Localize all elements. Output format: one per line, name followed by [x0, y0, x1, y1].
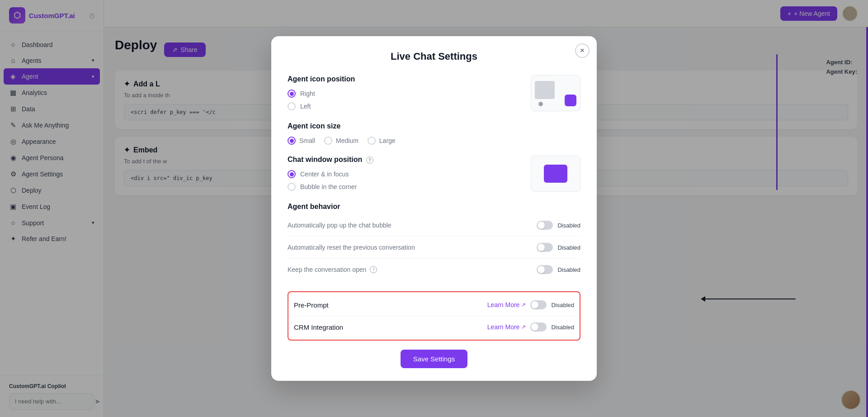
pre-prompt-learn-more[interactable]: Learn More ↗: [487, 301, 526, 308]
preview-gray-rect: [535, 81, 555, 99]
radio-row-center: Center & in focus: [288, 170, 522, 178]
help-icon[interactable]: ?: [366, 156, 373, 164]
icon-size-radio-group: Small Medium Large: [288, 137, 580, 145]
chat-window-position-radio-group: Center & in focus Bubble in the corner: [288, 170, 522, 191]
size-radio-medium: Medium: [324, 137, 359, 145]
agent-icon-size-section: Agent icon size Small Medium Large: [288, 122, 580, 145]
radio-center-label: Center & in focus: [300, 171, 349, 178]
crm-integration-row: CRM Integration Learn More ↗ Disabled: [288, 316, 580, 338]
crm-toggle[interactable]: [530, 322, 547, 332]
modal-overlay: × Live Chat Settings Agent icon position…: [0, 0, 868, 417]
agent-icon-position-layout: Agent icon position Right Left: [288, 75, 580, 111]
auto-popup-row: Automatically pop up the chat bubble Dis…: [288, 214, 580, 237]
keep-open-row: Keep the conversation open ? Disabled: [288, 259, 580, 280]
modal-close-button[interactable]: ×: [575, 43, 590, 58]
auto-reset-toggle[interactable]: [537, 243, 553, 252]
agent-icon-position-title: Agent icon position: [288, 75, 522, 83]
auto-reset-row: Automatically reset the previous convers…: [288, 237, 580, 259]
toggle-knob: [531, 301, 538, 308]
radio-left-label: Left: [300, 103, 311, 110]
radio-right-label: Right: [300, 90, 315, 97]
size-radio-large: Large: [368, 137, 396, 145]
chat-window-position-layout: Chat window position ? Center & in focus…: [288, 156, 580, 192]
radio-center[interactable]: [288, 170, 296, 178]
highlighted-features-section: Pre-Prompt Learn More ↗ Disabled CRM Int…: [288, 291, 580, 341]
radio-row-left: Left: [288, 102, 522, 110]
toggle-knob: [538, 222, 545, 229]
modal-title: Live Chat Settings: [288, 51, 580, 62]
auto-popup-status: Disabled: [557, 222, 580, 229]
external-link-icon-2: ↗: [521, 324, 526, 330]
pre-prompt-label: Pre-Prompt: [294, 301, 329, 309]
radio-medium[interactable]: [324, 137, 332, 145]
keep-open-toggle[interactable]: [537, 265, 553, 274]
chat-window-position-title: Chat window position ?: [288, 156, 522, 164]
pre-prompt-status: Disabled: [551, 302, 574, 308]
toggle-knob: [538, 244, 545, 251]
keep-open-help-icon[interactable]: ?: [370, 266, 377, 273]
keep-open-status: Disabled: [557, 266, 580, 273]
size-radio-small: Small: [288, 137, 315, 145]
pre-prompt-row: Pre-Prompt Learn More ↗ Disabled: [288, 294, 580, 316]
auto-reset-label: Automatically reset the previous convers…: [288, 244, 415, 251]
live-chat-settings-modal: × Live Chat Settings Agent icon position…: [271, 36, 597, 381]
radio-medium-label: Medium: [336, 137, 359, 144]
chat-window-preview: [531, 156, 580, 192]
radio-bubble-label: Bubble in the corner: [300, 183, 357, 190]
agent-icon-position-controls: Agent icon position Right Left: [288, 75, 522, 110]
agent-icon-position-section: Agent icon position Right Left: [288, 75, 580, 111]
preview-dot-gray: [538, 102, 543, 106]
preview-dot-blue: [569, 102, 574, 106]
radio-large-label: Large: [379, 137, 396, 144]
icon-position-preview: [531, 75, 580, 111]
agent-icon-position-radio-group: Right Left: [288, 90, 522, 110]
radio-small[interactable]: [288, 137, 296, 145]
radio-row-right: Right: [288, 90, 522, 98]
toggle-knob: [531, 323, 538, 331]
crm-integration-controls: Learn More ↗ Disabled: [487, 322, 574, 332]
radio-row-bubble: Bubble in the corner: [288, 183, 522, 191]
external-link-icon: ↗: [521, 302, 526, 308]
auto-popup-controls: Disabled: [537, 221, 580, 230]
crm-learn-more[interactable]: Learn More ↗: [487, 323, 526, 331]
radio-left[interactable]: [288, 102, 296, 110]
pre-prompt-toggle[interactable]: [530, 300, 547, 309]
save-settings-button[interactable]: Save Settings: [401, 350, 468, 368]
keep-open-controls: Disabled: [537, 265, 580, 274]
toggle-knob: [538, 266, 545, 273]
pre-prompt-controls: Learn More ↗ Disabled: [487, 300, 574, 309]
auto-popup-toggle[interactable]: [537, 221, 553, 230]
radio-right[interactable]: [288, 90, 296, 98]
agent-icon-size-title: Agent icon size: [288, 122, 580, 130]
auto-popup-label: Automatically pop up the chat bubble: [288, 222, 392, 229]
chat-window-position-section: Chat window position ? Center & in focus…: [288, 156, 580, 192]
keep-open-label: Keep the conversation open: [288, 266, 366, 273]
chat-window-position-controls: Chat window position ? Center & in focus…: [288, 156, 522, 191]
preview-center-blue-rect: [544, 165, 567, 183]
auto-reset-status: Disabled: [557, 244, 580, 251]
preview-right-layout: [531, 76, 580, 111]
radio-large[interactable]: [368, 137, 376, 145]
agent-behavior-title: Agent behavior: [288, 203, 580, 211]
radio-small-label: Small: [299, 137, 315, 144]
crm-integration-label: CRM Integration: [294, 323, 343, 331]
agent-behavior-section: Agent behavior Automatically pop up the …: [288, 203, 580, 280]
crm-status: Disabled: [551, 324, 574, 331]
auto-reset-controls: Disabled: [537, 243, 580, 252]
radio-bubble[interactable]: [288, 183, 296, 191]
